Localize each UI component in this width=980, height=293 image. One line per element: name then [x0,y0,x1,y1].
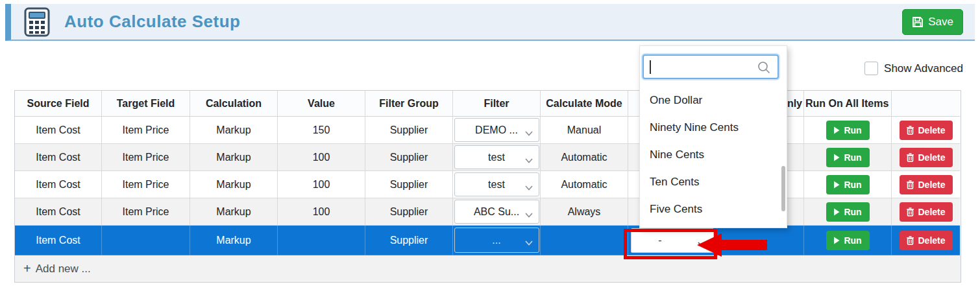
search-icon [757,60,771,77]
filter-select-value: ABC Su... [474,206,519,218]
cell-calculate-mode: Automatic [541,171,628,198]
dropdown-scrollbar[interactable] [781,166,785,211]
column-header-run-on-all-items: Run On All Items [804,91,892,117]
cell-source-field: Item Cost [15,198,102,226]
delete-button[interactable]: Delete [900,148,953,167]
selected-table-row[interactable]: Item Cost Markup Supplier ... - [15,226,961,255]
filter-select[interactable]: test [454,145,539,169]
dropdown-option[interactable]: Ten Cents [640,169,787,196]
text-caret [650,60,651,74]
column-header-calculation: Calculation [190,91,278,117]
dropdown-option[interactable]: Five Cents [640,196,787,223]
cell-target-field: Item Price [102,171,190,198]
column-header-filter: Filter [453,91,541,117]
delete-button-label: Delete [918,180,945,190]
filter-select-value: test [488,152,505,163]
dropdown-search-input[interactable] [649,58,753,76]
cell-value: 100 [278,144,365,171]
run-button-label: Run [844,180,861,190]
delete-button[interactable]: Delete [900,202,953,222]
delete-button[interactable]: Delete [900,175,953,194]
cell-target-field: Item Price [102,117,190,144]
column-header-actions [892,91,960,117]
cell-filter-group: Supplier [365,171,453,198]
cell-filter-group: Supplier [365,144,453,171]
run-button[interactable]: Run [826,121,870,140]
trash-icon [906,180,914,189]
round-to-dropdown-panel: One Dollar Ninety Nine Cents Nine Cents … [639,45,787,228]
play-icon [833,154,840,161]
run-button-label: Run [844,207,861,217]
dropdown-option[interactable]: One Dollar [640,87,787,114]
chevron-down-icon [525,154,533,159]
run-button[interactable]: Run [826,148,870,167]
cell-source-field: Item Cost [15,226,102,255]
cell-filter-group: Supplier [365,198,453,226]
cell-value: 100 [278,198,365,226]
filter-select-value: test [488,179,505,191]
cell-source-field: Item Cost [15,144,102,171]
auto-calculate-setup-page: Auto Calculate Setup Save Show Advanced … [0,0,980,293]
cell-only [717,226,804,255]
filter-select[interactable]: DEMO ... [454,118,539,142]
delete-button[interactable]: Delete [900,231,953,250]
filter-select-value: DEMO ... [475,124,518,136]
chevron-down-icon [698,238,705,243]
save-button[interactable]: Save [902,9,963,35]
dropdown-option-list: One Dollar Ninety Nine Cents Nine Cents … [640,87,787,223]
chevron-down-icon [525,237,533,242]
chevron-down-icon [525,127,533,132]
cell-target-field [102,226,190,255]
round-to-select[interactable]: - [631,228,714,253]
dropdown-option[interactable]: Ninety Nine Cents [640,114,787,141]
cell-calculation: Markup [190,144,278,171]
dropdown-search-box[interactable] [643,54,779,79]
filter-select-value: ... [492,235,500,246]
cell-calculate-mode: Manual [541,117,628,144]
play-icon [833,208,840,216]
filter-select[interactable]: ABC Su... [454,200,539,224]
column-header-value: Value [278,91,365,117]
trash-icon [906,207,914,217]
chevron-down-icon [525,182,533,187]
column-header-filter-group: Filter Group [365,91,453,117]
floppy-save-icon [912,16,924,28]
page-header: Auto Calculate Setup Save [5,4,975,41]
cell-calculation: Markup [190,198,278,226]
run-button-label: Run [844,125,861,135]
cell-value: 150 [278,117,365,144]
cell-calculation: Markup [190,171,278,198]
cell-calculate-mode: Automatic [541,144,628,171]
cell-calculate-mode [541,226,628,255]
delete-button-label: Delete [918,235,945,246]
table-row: Item Cost Item Price Markup 100 Supplier… [15,171,961,198]
filter-select[interactable]: ... [454,228,539,253]
run-button[interactable]: Run [826,231,870,250]
trash-icon [906,236,914,245]
trash-icon [906,126,914,135]
add-new-row-button[interactable]: + Add new ... [15,255,961,282]
delete-button-label: Delete [918,207,945,217]
run-button-label: Run [844,152,861,163]
delete-button[interactable]: Delete [900,121,953,140]
run-button[interactable]: Run [826,175,870,194]
delete-button-label: Delete [918,152,945,163]
cell-filter-group: Supplier [365,226,453,255]
column-header-target-field: Target Field [102,91,190,117]
cell-value: 100 [278,171,365,198]
chevron-down-icon [525,209,533,214]
run-button[interactable]: Run [826,202,870,222]
column-header-source-field: Source Field [15,91,102,117]
cell-calculation: Markup [190,226,278,255]
cell-filter-group: Supplier [365,117,453,144]
cell-calculation: Markup [190,117,278,144]
filter-select[interactable]: test [454,172,539,196]
show-advanced-control: Show Advanced [864,62,963,75]
cell-target-field: Item Price [102,198,190,226]
dropdown-option[interactable]: Nine Cents [640,141,787,169]
add-new-label: Add new ... [36,263,91,275]
page-title: Auto Calculate Setup [64,12,240,32]
cell-value [278,226,365,255]
show-advanced-checkbox[interactable] [864,62,878,75]
cell-target-field: Item Price [102,144,190,171]
